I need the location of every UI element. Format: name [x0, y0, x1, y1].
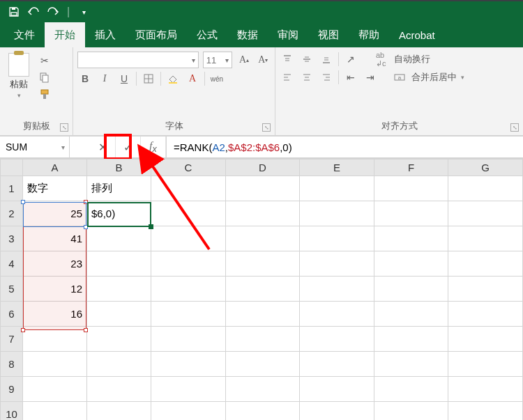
tab-file[interactable]: 文件 — [4, 22, 45, 47]
cell[interactable] — [23, 327, 87, 352]
font-size-combo[interactable]: 11▾ — [203, 52, 233, 68]
cell[interactable] — [300, 327, 374, 352]
cell[interactable]: 16 — [23, 302, 87, 327]
cell[interactable]: 12 — [23, 277, 87, 302]
cell[interactable] — [87, 377, 151, 402]
phonetic-button[interactable]: wén — [209, 71, 225, 86]
cell[interactable] — [87, 352, 151, 377]
border-button[interactable] — [141, 71, 156, 86]
col-header-A[interactable]: A — [23, 160, 87, 176]
cell[interactable]: $6,0) — [87, 201, 151, 226]
font-color-button[interactable]: A — [185, 71, 200, 86]
row-header[interactable]: 6 — [1, 302, 23, 327]
col-header-E[interactable]: E — [300, 160, 374, 176]
cell[interactable] — [300, 277, 374, 302]
row-header[interactable]: 8 — [1, 352, 23, 377]
cell[interactable] — [300, 377, 374, 402]
cell[interactable] — [151, 176, 226, 201]
cell[interactable] — [374, 302, 448, 327]
row-header[interactable]: 2 — [1, 201, 23, 226]
cell[interactable] — [225, 377, 300, 402]
cell[interactable] — [300, 251, 374, 277]
cell[interactable] — [448, 302, 523, 327]
cell[interactable] — [448, 402, 523, 421]
align-center-icon[interactable] — [299, 70, 314, 85]
cell[interactable]: 排列 — [87, 176, 151, 201]
row-header[interactable]: 7 — [1, 327, 23, 352]
cell[interactable] — [87, 277, 151, 302]
cell[interactable] — [300, 352, 374, 377]
cell[interactable] — [300, 176, 374, 201]
align-right-icon[interactable] — [319, 70, 334, 85]
col-header-G[interactable]: G — [448, 160, 523, 176]
cell[interactable] — [87, 402, 151, 421]
cell[interactable] — [448, 377, 523, 402]
cell[interactable] — [448, 251, 523, 277]
cell[interactable] — [225, 277, 300, 302]
cell[interactable] — [23, 377, 87, 402]
cell[interactable] — [151, 226, 226, 251]
paste-button[interactable]: 粘贴 ▾ — [4, 52, 33, 116]
tab-home[interactable]: 开始 — [45, 22, 85, 47]
tab-formulas[interactable]: 公式 — [187, 22, 227, 47]
row-header[interactable]: 5 — [1, 277, 23, 302]
cell[interactable] — [87, 327, 151, 352]
cell[interactable] — [151, 251, 226, 277]
cell[interactable] — [448, 327, 523, 352]
col-header-B[interactable]: B — [87, 160, 151, 176]
cell[interactable] — [225, 302, 300, 327]
cell[interactable] — [225, 176, 300, 201]
align-left-icon[interactable] — [280, 70, 295, 85]
cell[interactable] — [374, 327, 448, 352]
tab-page-layout[interactable]: 页面布局 — [126, 22, 187, 47]
select-all-corner[interactable] — [1, 160, 23, 176]
redo-icon[interactable] — [45, 3, 61, 20]
fill-handle[interactable] — [149, 224, 153, 229]
cell[interactable] — [374, 176, 448, 201]
row-header[interactable]: 4 — [1, 251, 23, 277]
cell[interactable] — [448, 226, 523, 251]
cell[interactable] — [151, 277, 226, 302]
cell[interactable] — [448, 176, 523, 201]
format-painter-icon[interactable] — [38, 88, 52, 100]
cell[interactable] — [374, 377, 448, 402]
row-header[interactable]: 1 — [1, 176, 23, 201]
cell[interactable] — [151, 377, 226, 402]
enter-button[interactable]: ✓ — [116, 137, 141, 157]
cell[interactable] — [151, 327, 226, 352]
tab-insert[interactable]: 插入 — [85, 22, 126, 47]
cell[interactable] — [374, 201, 448, 226]
dialog-launcher-icon[interactable]: ⤡ — [60, 123, 68, 132]
fill-color-button[interactable] — [165, 71, 181, 86]
cell[interactable] — [87, 302, 151, 327]
copy-icon[interactable] — [38, 71, 52, 84]
increase-font-icon[interactable]: A▴ — [236, 52, 251, 68]
tab-review[interactable]: 审阅 — [268, 22, 308, 47]
tab-help[interactable]: 帮助 — [349, 22, 389, 47]
cell[interactable] — [374, 226, 448, 251]
cell[interactable] — [151, 201, 226, 226]
bold-button[interactable]: B — [77, 71, 93, 86]
cell[interactable]: 数字 — [23, 176, 87, 201]
save-icon[interactable] — [6, 3, 22, 20]
merge-center-icon[interactable]: a — [392, 70, 407, 85]
align-middle-icon[interactable] — [299, 52, 314, 67]
cell[interactable] — [448, 352, 523, 377]
cell[interactable] — [23, 352, 87, 377]
italic-button[interactable]: I — [97, 71, 112, 86]
row-header[interactable]: 9 — [1, 377, 23, 402]
font-name-combo[interactable]: ▾ — [77, 52, 199, 68]
align-top-icon[interactable] — [280, 52, 295, 67]
row-header[interactable]: 10 — [1, 402, 23, 421]
cell[interactable]: 41 — [23, 226, 87, 251]
cell[interactable] — [374, 251, 448, 277]
cell[interactable] — [225, 352, 300, 377]
cell[interactable] — [300, 201, 374, 226]
cell[interactable] — [374, 352, 448, 377]
cell[interactable] — [87, 226, 151, 251]
cell[interactable] — [374, 402, 448, 421]
cell[interactable] — [23, 402, 87, 421]
col-header-F[interactable]: F — [374, 160, 448, 176]
orientation-icon[interactable]: ↗ — [343, 52, 358, 67]
cell[interactable] — [87, 251, 151, 277]
